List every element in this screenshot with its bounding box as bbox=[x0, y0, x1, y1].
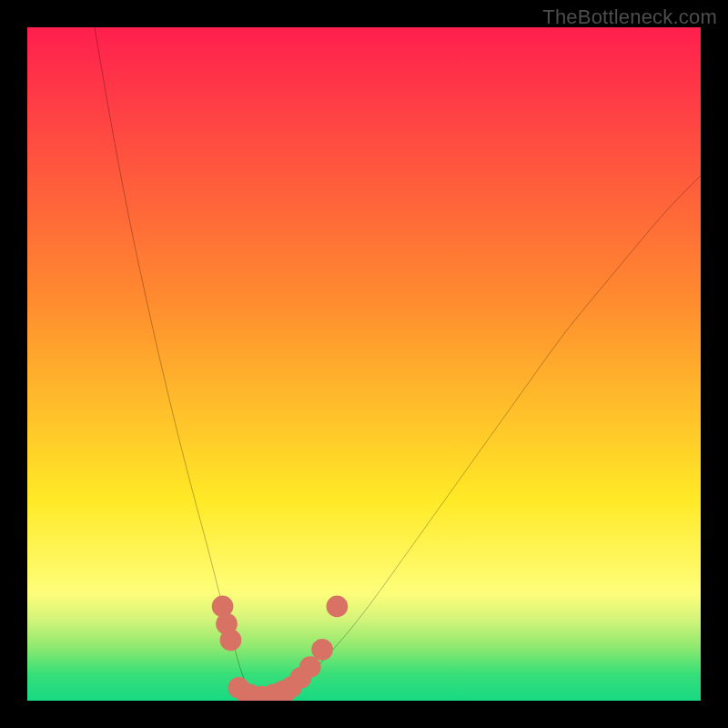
marker-dot bbox=[327, 596, 349, 618]
chart-background bbox=[27, 27, 701, 701]
marker-dot bbox=[311, 639, 333, 661]
chart-stage: TheBottleneck.com bbox=[0, 0, 728, 728]
watermark-text: TheBottleneck.com bbox=[542, 5, 717, 29]
marker-dot bbox=[220, 630, 242, 652]
bottleneck-chart bbox=[27, 27, 701, 701]
marker-dot bbox=[299, 656, 321, 678]
